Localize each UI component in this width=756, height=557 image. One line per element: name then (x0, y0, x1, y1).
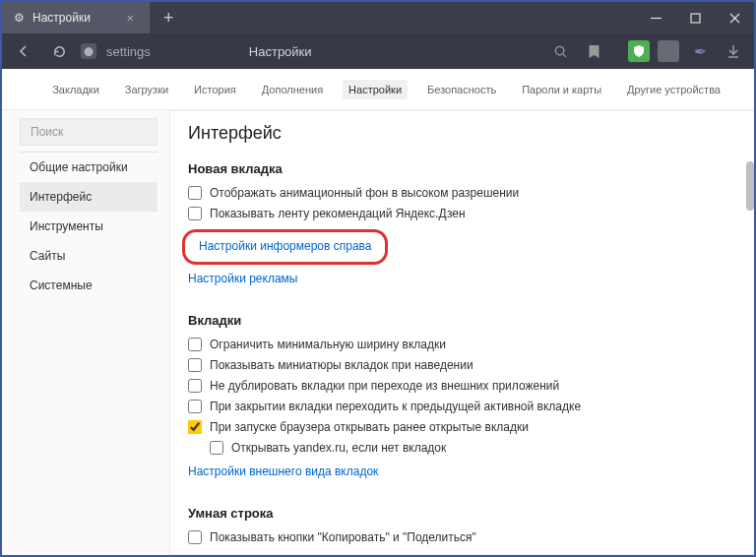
topnav-item[interactable]: Загрузки (119, 80, 174, 99)
svg-point-4 (555, 46, 563, 54)
svg-rect-1 (691, 14, 700, 23)
extension-icon-1[interactable] (658, 40, 679, 62)
topnav-item[interactable]: История (188, 80, 242, 99)
highlighted-link: Настройки информеров справа (182, 229, 388, 265)
checkbox-row[interactable]: Показывать миниатюры вкладок при наведен… (188, 358, 736, 372)
search-icon[interactable] (547, 38, 573, 64)
sidebar-item[interactable]: Системные (20, 271, 158, 300)
sidebar-item[interactable]: Инструменты (20, 212, 158, 241)
sidebar-item[interactable]: Интерфейс (20, 182, 158, 212)
checkbox-label: При запуске браузера открывать ранее отк… (210, 420, 529, 434)
url-box[interactable]: ⬤ settings Настройки (81, 43, 539, 59)
checkbox-row[interactable]: Показывать кнопки "Копировать" и "Подели… (188, 530, 736, 544)
checkbox[interactable] (188, 530, 202, 544)
minimize-button[interactable] (636, 2, 675, 33)
checkbox-row[interactable]: При запуске браузера открывать ранее отк… (188, 420, 736, 434)
checkbox-row[interactable]: При закрытии вкладки переходить к предыд… (188, 400, 736, 413)
checkbox-label: Не дублировать вкладки при переходе из в… (210, 379, 559, 393)
sidebar-item[interactable]: Общие настройки (20, 153, 158, 182)
checkbox-label: Отображать анимационный фон в высоком ра… (210, 186, 519, 200)
protect-icon[interactable] (628, 40, 650, 62)
checkbox-label: Показывать ленту рекомендаций Яндекс.Дзе… (210, 207, 466, 220)
section-heading: Умная строка (188, 506, 736, 521)
section-heading: Вкладки (188, 313, 736, 328)
checkbox[interactable] (188, 400, 202, 413)
settings-link[interactable]: Настройки внешнего вида вкладок (188, 464, 378, 478)
topnav-item[interactable]: Дополнения (256, 80, 329, 99)
checkbox[interactable] (188, 186, 202, 200)
window-buttons (636, 2, 754, 33)
download-icon[interactable] (721, 38, 746, 64)
section-heading: Новая вкладка (188, 161, 736, 176)
checkbox[interactable] (188, 420, 202, 434)
checkbox[interactable] (210, 441, 223, 455)
page-heading: Интерфейс (188, 123, 736, 144)
address-bar: ⬤ settings Настройки ✒ (2, 33, 754, 69)
settings-topnav: ЗакладкиЗагрузкиИсторияДополненияНастрой… (2, 69, 754, 110)
site-info-icon[interactable]: ⬤ (81, 43, 96, 59)
checkbox[interactable] (188, 207, 202, 220)
url-title: Настройки (249, 44, 312, 59)
checkbox[interactable] (188, 338, 202, 351)
settings-content: Интерфейс Новая вкладкаОтображать анимац… (169, 110, 754, 555)
checkbox[interactable] (188, 379, 202, 393)
back-button[interactable] (10, 37, 37, 65)
checkbox-label: Открывать yandex.ru, если нет вкладок (231, 441, 446, 455)
checkbox-label: Показывать миниатюры вкладок при наведен… (210, 358, 473, 372)
svg-line-5 (562, 53, 565, 56)
close-tab-icon[interactable]: × (122, 11, 138, 26)
checkbox-row[interactable]: Показывать ленту рекомендаций Яндекс.Дзе… (188, 207, 736, 220)
checkbox-row[interactable]: Ограничить минимальную ширину вкладки (188, 338, 736, 351)
topnav-item[interactable]: Закладки (46, 80, 105, 99)
checkbox[interactable] (188, 358, 202, 372)
scrollbar-thumb[interactable] (746, 161, 754, 211)
settings-link[interactable]: Настройки рекламы (188, 272, 297, 285)
checkbox-row[interactable]: Отображать анимационный фон в высоком ра… (188, 186, 736, 200)
checkbox-label: Показывать кнопки "Копировать" и "Подели… (210, 530, 476, 544)
feather-icon[interactable]: ✒ (687, 38, 713, 64)
settings-link[interactable]: Настройки информеров справа (199, 239, 371, 253)
new-tab-button[interactable]: + (150, 8, 188, 29)
settings-sidebar: Поиск Общие настройкиИнтерфейсИнструмент… (20, 110, 158, 555)
close-window-button[interactable] (715, 2, 754, 33)
titlebar: ⚙ Настройки × + (2, 2, 754, 33)
sidebar-search[interactable]: Поиск (20, 118, 158, 146)
maximize-button[interactable] (675, 2, 715, 33)
topnav-item[interactable]: Настройки (343, 80, 408, 99)
checkbox-label: При закрытии вкладки переходить к предыд… (210, 400, 581, 413)
reload-button[interactable] (45, 37, 73, 65)
tab-title: Настройки (32, 11, 91, 25)
checkbox-row[interactable]: Открывать yandex.ru, если нет вкладок (210, 441, 736, 455)
gear-icon: ⚙ (14, 11, 25, 25)
checkbox-label: Ограничить минимальную ширину вкладки (210, 338, 446, 351)
url-path: settings (106, 44, 151, 59)
topnav-item[interactable]: Другие устройства (621, 80, 726, 99)
bookmark-icon[interactable] (581, 38, 606, 64)
topnav-item[interactable]: Безопасность (421, 80, 502, 99)
topnav-item[interactable]: Пароли и карты (516, 80, 607, 99)
browser-tab[interactable]: ⚙ Настройки × (2, 2, 150, 33)
checkbox-row[interactable]: Не дублировать вкладки при переходе из в… (188, 379, 736, 393)
sidebar-item[interactable]: Сайты (20, 241, 158, 271)
